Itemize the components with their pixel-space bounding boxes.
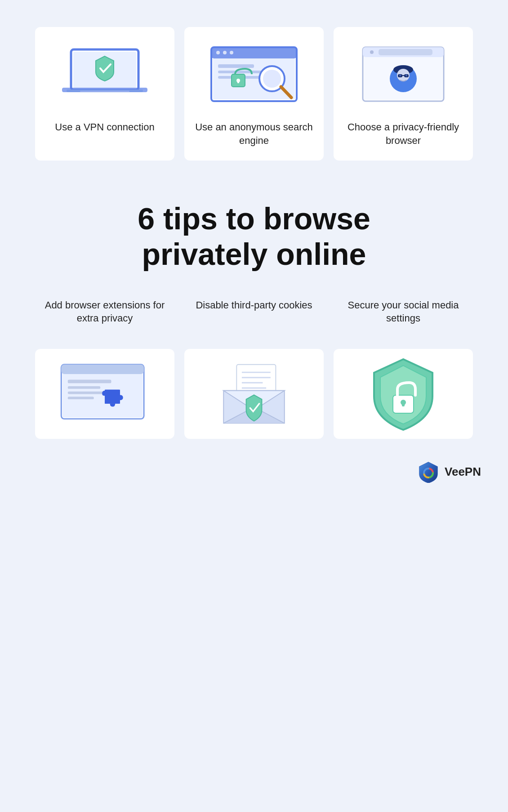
svg-point-18: [263, 70, 281, 88]
cookies-icon: [214, 360, 294, 428]
anon-search-icon: [207, 43, 301, 106]
anon-search-icon-area: [193, 40, 315, 108]
cookies-item: Disable third-party cookies: [184, 299, 324, 439]
svg-point-31: [399, 75, 401, 76]
svg-rect-4: [80, 91, 129, 92]
anon-search-card: Use an anonymous search engine: [184, 27, 324, 161]
cookies-label: Disable third-party cookies: [196, 299, 312, 339]
social-media-label: Secure your social media settings: [334, 299, 473, 339]
svg-rect-39: [68, 397, 94, 399]
svg-rect-38: [68, 391, 107, 394]
svg-rect-16: [237, 80, 239, 83]
veepn-brand-name: VeePN: [445, 465, 481, 479]
svg-point-22: [370, 50, 374, 54]
svg-point-9: [230, 51, 233, 54]
vpn-icon-area: [44, 40, 165, 108]
social-media-icon: [365, 356, 441, 432]
vpn-card-label: Use a VPN connection: [55, 120, 154, 134]
svg-rect-11: [218, 64, 254, 68]
extensions-item: Add browser extensions for extra privacy: [35, 299, 174, 439]
svg-rect-23: [379, 49, 432, 55]
footer: VeePN: [18, 461, 490, 483]
main-title: 6 tips to browse privately online: [138, 201, 370, 271]
anon-search-card-label: Use an anonymous search engine: [193, 120, 315, 147]
privacy-browser-icon: [358, 43, 448, 106]
svg-point-7: [216, 51, 220, 54]
privacy-browser-card: Choose a privacy-friendly browser: [334, 27, 473, 161]
bottom-items-row: Add browser extensions for extra privacy: [18, 299, 490, 439]
vpn-laptop-icon: [58, 43, 152, 106]
svg-rect-37: [68, 386, 101, 389]
extensions-card: [35, 349, 174, 439]
top-cards-row: Use a VPN connection: [18, 27, 490, 161]
privacy-browser-icon-area: [343, 40, 464, 108]
title-section: 6 tips to browse privately online: [138, 201, 370, 271]
veepn-logo-icon: [418, 461, 439, 483]
svg-rect-40: [105, 390, 120, 404]
extensions-icon: [55, 360, 154, 428]
social-media-card: [334, 349, 473, 439]
svg-rect-36: [68, 379, 111, 383]
social-media-item: Secure your social media settings: [334, 299, 473, 439]
cookies-card: [184, 349, 324, 439]
extensions-label: Add browser extensions for extra privacy: [35, 299, 174, 339]
svg-point-32: [406, 75, 407, 76]
privacy-browser-card-label: Choose a privacy-friendly browser: [343, 120, 464, 147]
svg-rect-34: [61, 364, 144, 374]
svg-rect-48: [402, 402, 405, 406]
svg-point-8: [223, 51, 227, 54]
vpn-card: Use a VPN connection: [35, 27, 174, 161]
